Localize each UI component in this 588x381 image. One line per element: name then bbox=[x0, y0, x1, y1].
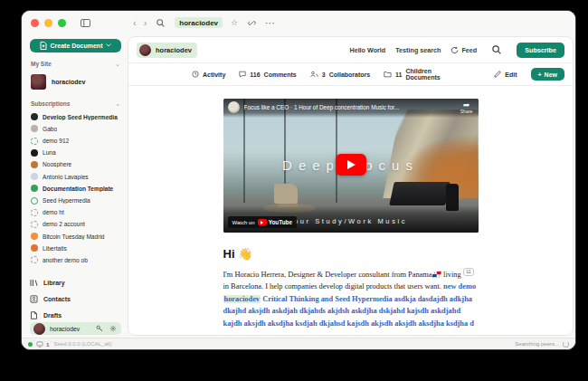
document-title[interactable]: horaciodev bbox=[175, 17, 223, 28]
subscription-icon bbox=[31, 185, 38, 192]
drafts-label: Drafts bbox=[43, 312, 62, 319]
main-area: horaciodev Hello World Testing search Fe… bbox=[128, 34, 575, 338]
mention-horaciodev[interactable]: horaciodev bbox=[223, 295, 261, 303]
sidebar-item-contacts[interactable]: Contacts bbox=[30, 291, 121, 306]
account-row[interactable]: horaciodev bbox=[30, 322, 121, 335]
subscriptions-section-header[interactable]: Subscriptions ⌄ bbox=[31, 100, 120, 108]
site-name-label: horaciodev bbox=[156, 46, 192, 54]
subscriptions-list: Develop Seed HypermediaGabodemo 912LunaN… bbox=[30, 111, 121, 266]
app-version-label: Seed 0.0.0 (LOCAL_a6) bbox=[53, 341, 111, 347]
minimize-window-button[interactable] bbox=[44, 19, 52, 27]
comment-count-badge[interactable]: 11 bbox=[463, 268, 475, 276]
channel-avatar[interactable] bbox=[228, 101, 240, 113]
collaborators-button[interactable]: 3 Collaborators bbox=[310, 71, 370, 78]
share-button[interactable]: ➦ Share bbox=[460, 101, 473, 114]
collaborators-label: Collaborators bbox=[329, 71, 371, 78]
subscription-label: demo 2 account bbox=[43, 221, 85, 227]
sidebar-item-drafts[interactable]: Drafts bbox=[30, 308, 121, 322]
close-window-button[interactable] bbox=[31, 19, 39, 27]
link-text: new demo bbox=[443, 282, 476, 291]
zoom-window-button[interactable] bbox=[58, 19, 66, 27]
search-icon[interactable] bbox=[153, 15, 167, 30]
comments-count: 116 bbox=[250, 71, 260, 78]
sidebar-item-subscription[interactable]: Luna bbox=[30, 147, 121, 158]
new-label: New bbox=[545, 71, 557, 78]
sidebar-toggle-icon[interactable] bbox=[78, 15, 92, 30]
sidebar-item-subscription[interactable]: Bitcoin Tuesday Madrid bbox=[30, 231, 121, 243]
subscription-label: demo ht bbox=[43, 209, 64, 215]
sidebar-item-subscription[interactable]: Documentation Template bbox=[30, 183, 121, 195]
new-document-button[interactable]: + New bbox=[531, 68, 565, 81]
subscription-label: Bitcoin Tuesday Madrid bbox=[43, 233, 105, 240]
subscription-label: Develop Seed Hypermedia bbox=[43, 114, 118, 120]
sidebar: Create Document My Site ⌄ horaciodev Sub… bbox=[22, 34, 128, 338]
children-label: Children Documents bbox=[406, 68, 468, 81]
video-title[interactable]: Focus like a CEO · 1 Hour of Deep concen… bbox=[244, 101, 456, 113]
subscription-icon bbox=[31, 233, 38, 240]
sidebar-item-subscription[interactable]: Develop Seed Hypermedia bbox=[30, 111, 121, 123]
subscription-icon bbox=[31, 125, 38, 132]
edit-button[interactable]: Edit bbox=[494, 71, 517, 78]
nav-link-hello-world[interactable]: Hello World bbox=[349, 46, 385, 54]
subscription-label: Documentation Template bbox=[43, 186, 113, 192]
titlebar[interactable]: ‹ › horaciodev ☆ ⋯ bbox=[22, 11, 575, 34]
favorite-star-icon[interactable]: ☆ bbox=[227, 19, 242, 27]
folder-icon bbox=[384, 71, 392, 78]
peers-count[interactable]: 1 bbox=[46, 341, 49, 348]
my-site-section-header[interactable]: My Site ⌄ bbox=[31, 61, 120, 68]
sidebar-item-subscription[interactable]: demo 2 account bbox=[30, 218, 121, 230]
copy-link-icon[interactable] bbox=[244, 15, 259, 30]
chevron-down-icon[interactable]: ⌄ bbox=[115, 61, 120, 68]
key-icon[interactable] bbox=[95, 324, 104, 333]
activity-button[interactable]: Activity bbox=[192, 71, 225, 78]
activity-label: Activity bbox=[203, 71, 225, 78]
sidebar-item-library[interactable]: Library bbox=[30, 275, 121, 290]
search-icon[interactable] bbox=[489, 43, 504, 57]
contacts-label: Contacts bbox=[43, 296, 71, 302]
sidebar-item-subscription[interactable]: Gabo bbox=[30, 123, 121, 135]
nav-link-testing-search[interactable]: Testing search bbox=[395, 46, 441, 54]
site-breadcrumb[interactable]: horaciodev bbox=[137, 43, 197, 58]
status-bar-right: Searching peers... bbox=[515, 341, 569, 348]
comments-button[interactable]: 116 Comments bbox=[239, 71, 296, 78]
sidebar-item-subscription[interactable]: Antonio Lavapies bbox=[30, 171, 121, 183]
share-arrow-icon: ➦ bbox=[463, 101, 470, 109]
sidebar-item-subscription[interactable]: demo 912 bbox=[30, 135, 121, 147]
video-title-bar: Focus like a CEO · 1 Hour of Deep concen… bbox=[223, 99, 479, 118]
searching-peers-label: Searching peers... bbox=[515, 341, 559, 347]
sidebar-item-subscription[interactable]: Seed Hypermedia bbox=[30, 195, 121, 206]
more-options-icon[interactable]: ⋯ bbox=[261, 18, 279, 28]
document-toolbar: Activity 116 Comments 3 Collaborators bbox=[128, 63, 573, 86]
plus-icon: + bbox=[538, 71, 542, 78]
sidebar-nav: Library Contacts Drafts bbox=[30, 275, 121, 322]
youtube-play-button[interactable] bbox=[336, 154, 366, 176]
sidebar-item-subscription[interactable]: demo ht bbox=[30, 206, 121, 218]
paragraph-text: in Barcelona. I help companies develop d… bbox=[223, 282, 444, 291]
forward-icon[interactable]: › bbox=[140, 18, 151, 28]
subscription-label: Seed Hypermedia bbox=[43, 197, 90, 204]
sidebar-item-my-site[interactable]: horaciodev bbox=[30, 71, 121, 92]
app-window: ‹ › horaciodev ☆ ⋯ Create Document bbox=[21, 10, 576, 350]
feed-button[interactable]: Feed bbox=[450, 46, 477, 54]
chevron-down-icon bbox=[106, 43, 111, 47]
subscription-icon bbox=[31, 209, 38, 216]
youtube-label: YouTube bbox=[269, 219, 292, 225]
back-icon[interactable]: ‹ bbox=[129, 18, 140, 28]
document-panel: horaciodev Hello World Testing search Fe… bbox=[128, 36, 574, 336]
gear-icon[interactable] bbox=[109, 324, 118, 333]
sidebar-item-subscription[interactable]: Noosphere bbox=[30, 158, 121, 170]
document-plus-icon bbox=[40, 42, 47, 50]
sidebar-item-subscription[interactable]: another demo ob bbox=[30, 254, 121, 266]
header-nav: Hello World Testing search Feed Subscrib… bbox=[349, 43, 564, 58]
subscription-label: Luna bbox=[43, 149, 56, 156]
youtube-video-embed[interactable]: Deep Focus Focus like a CEO · 1 Hour of … bbox=[223, 99, 479, 233]
subscription-icon bbox=[31, 138, 38, 145]
comment-icon bbox=[239, 71, 246, 78]
create-document-button[interactable]: Create Document bbox=[30, 39, 121, 52]
chevron-down-icon[interactable]: ⌄ bbox=[115, 100, 120, 108]
subscription-icon bbox=[31, 221, 38, 228]
children-documents-button[interactable]: 11 Children Documents bbox=[384, 68, 467, 81]
subscribe-button[interactable]: Subscribe bbox=[517, 43, 564, 58]
watch-on-youtube-button[interactable]: Watch on YouTube bbox=[228, 216, 298, 228]
sidebar-item-subscription[interactable]: Libertatis bbox=[30, 243, 121, 254]
